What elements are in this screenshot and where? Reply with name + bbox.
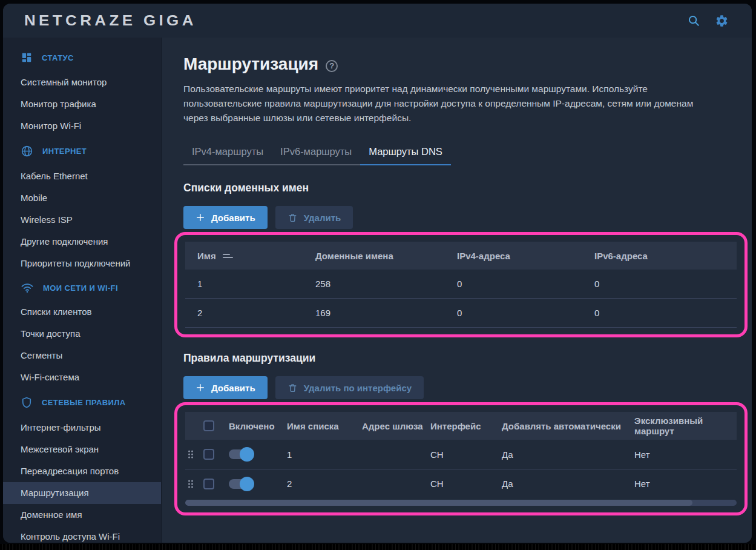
tab-ipv6-routes[interactable]: IPv6-маршруты	[272, 141, 360, 165]
add-button-label: Добавить	[211, 383, 255, 393]
column-header-ipv4-addresses: IPv4-адреса	[457, 251, 594, 261]
cell-domain-count: 258	[315, 279, 457, 289]
cell-ipv6-count: 0	[594, 308, 737, 318]
table-row: 2 CH Да Нет	[185, 469, 737, 498]
sidebar-item-firewall[interactable]: Межсетевой экран	[3, 439, 161, 460]
sidebar-item-access-points[interactable]: Точки доступа	[3, 323, 161, 345]
cell-interface: CH	[428, 449, 499, 460]
sidebar-item-client-lists[interactable]: Списки клиентов	[3, 301, 161, 323]
brand-logo: NETCRAZE GIGA	[24, 12, 197, 29]
row-checkbox[interactable]	[203, 449, 214, 460]
cell-domain-count: 169	[315, 308, 457, 318]
help-icon[interactable]: ?	[326, 60, 338, 72]
page-description: Пользовательские маршруты имеют приорите…	[183, 82, 712, 125]
column-header-domain-names: Доменные имена	[315, 251, 457, 261]
sort-icon[interactable]	[223, 254, 233, 258]
sidebar-item-internet-filters[interactable]: Интернет-фильтры	[3, 417, 161, 439]
domain-lists-heading: Списки доменных имен	[183, 182, 742, 194]
sidebar-section-label: МОИ СЕТИ И WI-FI	[43, 283, 118, 293]
cell-list-name: 2	[283, 479, 358, 489]
trash-icon	[288, 213, 298, 223]
delete-by-interface-button[interactable]: Удалить по интерфейсу	[275, 376, 424, 399]
sidebar-section-internet: ИНТЕРНЕТ	[3, 137, 161, 165]
routing-rules-table: Включено Имя списка Адрес шлюза Интерфей…	[185, 412, 737, 506]
add-domain-list-button[interactable]: Добавить	[183, 206, 268, 229]
sidebar-item-mobile[interactable]: Mobile	[3, 187, 161, 209]
screenshot-edge	[0, 544, 756, 550]
sidebar-item-port-forwarding[interactable]: Переадресация портов	[3, 460, 161, 482]
sidebar-section-status: СТАТУС	[3, 44, 161, 71]
sidebar-item-other-connections[interactable]: Другие подключения	[3, 231, 161, 253]
main-content: Маршрутизация ? Пользовательские маршрут…	[162, 38, 752, 543]
sidebar-item-connection-priorities[interactable]: Приоритеты подключений	[3, 253, 161, 274]
cell-exclusive-route: Нет	[631, 479, 737, 489]
column-header-interface: Интерфейс	[428, 421, 499, 431]
column-header-enabled: Включено	[225, 421, 283, 431]
enabled-toggle[interactable]	[229, 449, 253, 459]
column-header-auto-add: Добавлять автоматически	[499, 421, 631, 431]
dashboard-icon	[21, 51, 33, 64]
column-header-gateway: Адрес шлюза	[358, 421, 428, 431]
tab-bar: IPv4-маршруты IPv6-маршруты Маршруты DNS	[183, 141, 451, 165]
cell-ipv6-count: 0	[594, 279, 737, 289]
table-row[interactable]: 2 169 0 0	[185, 299, 737, 328]
row-checkbox[interactable]	[203, 479, 214, 489]
cell-name: 2	[185, 308, 315, 318]
add-button-label: Добавить	[211, 213, 255, 223]
globe-icon	[21, 145, 33, 157]
sidebar-item-wifi-monitor[interactable]: Монитор Wi-Fi	[3, 115, 161, 137]
search-icon[interactable]	[686, 13, 701, 28]
sidebar-item-wifi-access-control[interactable]: Контроль доступа Wi-Fi	[3, 526, 161, 543]
table-row: 1 CH Да Нет	[185, 440, 737, 469]
cell-ipv4-count: 0	[457, 279, 594, 289]
tab-dns-routes[interactable]: Маршруты DNS	[360, 141, 451, 165]
drag-handle-icon[interactable]	[187, 479, 194, 489]
page-title: Маршрутизация	[183, 55, 318, 74]
delete-domain-list-button[interactable]: Удалить	[275, 206, 353, 229]
column-header-list-name: Имя списка	[283, 421, 358, 431]
sidebar-section-label: СТАТУС	[42, 53, 74, 62]
enabled-toggle[interactable]	[229, 479, 253, 489]
wifi-icon	[21, 282, 34, 293]
table-row[interactable]: 1 258 0 0	[185, 270, 737, 299]
top-bar: NETCRAZE GIGA	[3, 4, 752, 38]
app-window: NETCRAZE GIGA СТАТУС	[3, 4, 752, 543]
domain-lists-table-header: Имя Доменные имена IPv4-адреса IPv6-адре…	[185, 242, 737, 270]
sidebar-section-my-networks: МОИ СЕТИ И WI-FI	[3, 274, 161, 301]
sidebar-section-label: СЕТЕВЫЕ ПРАВИЛА	[42, 398, 126, 407]
sidebar-item-segments[interactable]: Сегменты	[3, 345, 161, 366]
sidebar: СТАТУС Системный монитор Монитор трафика…	[3, 38, 162, 543]
sidebar-item-wifi-system[interactable]: Wi-Fi-система	[3, 366, 161, 388]
cell-auto-add: Да	[499, 449, 631, 460]
cell-ipv4-count: 0	[457, 308, 594, 318]
routing-rules-heading: Правила маршрутизации	[183, 352, 742, 365]
column-header-exclusive-route: Эксклюзивный маршрут	[631, 416, 737, 436]
drag-handle-icon[interactable]	[187, 449, 194, 459]
sidebar-item-domain-name[interactable]: Доменное имя	[3, 504, 161, 526]
add-routing-rule-button[interactable]: Добавить	[183, 376, 268, 399]
sidebar-item-system-monitor[interactable]: Системный монитор	[3, 71, 161, 93]
delete-button-label: Удалить по интерфейсу	[304, 383, 412, 393]
gear-icon[interactable]	[714, 13, 729, 28]
domain-lists-table: Имя Доменные имена IPv4-адреса IPv6-адре…	[185, 242, 737, 328]
horizontal-scrollbar[interactable]	[185, 500, 737, 506]
sidebar-item-wireless-isp[interactable]: Wireless ISP	[3, 209, 161, 231]
sidebar-item-ethernet[interactable]: Кабель Ethernet	[3, 165, 161, 187]
cell-interface: CH	[428, 479, 499, 489]
select-all-checkbox[interactable]	[203, 420, 214, 431]
cell-auto-add: Да	[499, 479, 631, 489]
sidebar-item-traffic-monitor[interactable]: Монитор трафика	[3, 93, 161, 115]
plus-icon	[196, 213, 205, 222]
sidebar-section-label: ИНТЕРНЕТ	[42, 147, 87, 156]
cell-name: 1	[185, 279, 315, 289]
shield-icon	[21, 396, 33, 409]
cell-exclusive-route: Нет	[631, 449, 737, 460]
sidebar-item-routing[interactable]: Маршрутизация	[3, 482, 161, 504]
trash-icon	[288, 383, 298, 393]
scrollbar-thumb[interactable]	[185, 500, 692, 506]
delete-button-label: Удалить	[304, 213, 341, 223]
cell-list-name: 1	[283, 449, 358, 460]
tab-ipv4-routes[interactable]: IPv4-маршруты	[183, 141, 272, 165]
plus-icon	[196, 383, 205, 393]
annotation-highlight-routing-rules-table: Включено Имя списка Адрес шлюза Интерфей…	[174, 402, 748, 515]
